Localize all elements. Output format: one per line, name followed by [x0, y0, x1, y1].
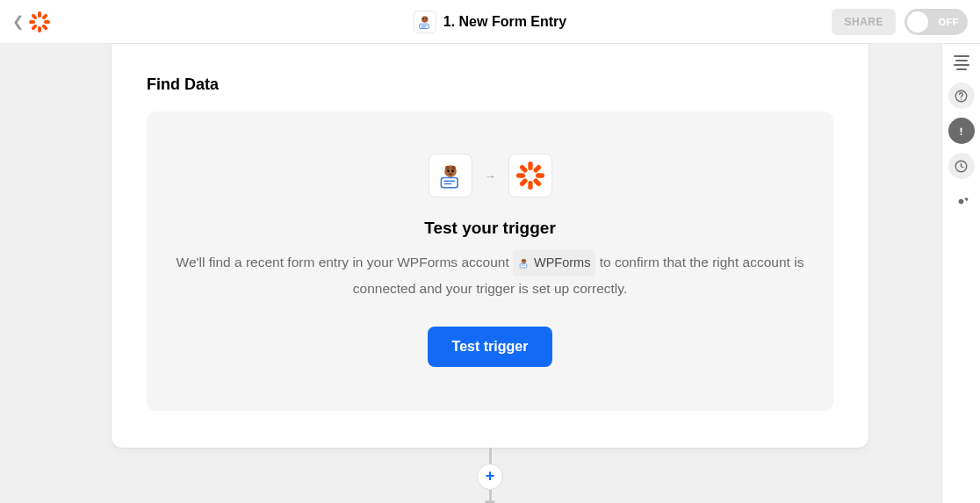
share-button[interactable]: SHARE [832, 9, 896, 35]
arrow-icon: → [485, 169, 496, 183]
svg-point-8 [422, 16, 429, 23]
svg-rect-0 [38, 11, 41, 18]
svg-rect-5 [31, 24, 38, 31]
svg-rect-7 [41, 24, 48, 31]
help-icon[interactable] [948, 83, 975, 109]
test-trigger-button[interactable]: Test trigger [428, 327, 553, 367]
page-title: 1. New Form Entry [443, 14, 566, 30]
test-trigger-panel: → [147, 111, 833, 411]
wpforms-icon [414, 11, 436, 33]
svg-rect-34 [532, 164, 542, 174]
test-description: We'll find a recent form entry in your W… [175, 250, 805, 300]
svg-rect-30 [528, 162, 532, 170]
step-card: Find Data [112, 44, 868, 448]
header-title-wrap: 1. New Form Entry [414, 11, 566, 33]
svg-rect-37 [532, 177, 542, 187]
svg-rect-1 [38, 26, 41, 32]
top-bar-right: SHARE OFF [832, 9, 968, 35]
toggle-knob [907, 11, 928, 32]
plus-icon: + [486, 467, 495, 485]
app-icon-row: → [429, 154, 552, 198]
connector: + ▼ [477, 448, 503, 503]
svg-rect-3 [44, 20, 50, 24]
svg-rect-32 [516, 173, 525, 177]
canvas-area: Find Data [0, 44, 980, 503]
toggle-label: OFF [939, 17, 960, 27]
svg-rect-6 [31, 13, 38, 20]
zapier-app-tile [508, 154, 552, 198]
svg-rect-31 [528, 181, 532, 190]
svg-rect-2 [29, 20, 35, 24]
chip-label: WPForms [534, 252, 590, 274]
history-icon[interactable] [948, 153, 975, 179]
svg-rect-27 [441, 178, 458, 188]
svg-point-16 [961, 98, 962, 99]
connector-line [489, 448, 492, 463]
test-heading: Test your trigger [424, 219, 556, 238]
workspace: Find Data [0, 44, 980, 503]
svg-point-26 [448, 173, 452, 176]
svg-rect-18 [961, 127, 962, 133]
svg-point-24 [447, 170, 450, 173]
back-chevron-icon[interactable]: ❮ [12, 13, 24, 30]
svg-point-11 [423, 19, 426, 21]
alert-icon[interactable] [948, 118, 975, 144]
svg-point-25 [451, 170, 454, 173]
zapier-logo-icon[interactable] [29, 11, 50, 32]
svg-point-23 [450, 166, 455, 170]
svg-rect-33 [536, 173, 544, 177]
svg-rect-36 [518, 164, 528, 174]
svg-rect-4 [41, 13, 48, 20]
right-utility-rail [941, 44, 980, 503]
add-step-button[interactable]: + [477, 463, 503, 490]
svg-point-40 [524, 261, 525, 262]
outline-icon[interactable] [948, 54, 975, 74]
wpforms-app-tile [429, 154, 472, 198]
top-bar: ❮ 1. [0, 0, 980, 44]
wpforms-inline-chip: WPForms [513, 250, 595, 276]
desc-part1: We'll find a recent form entry in your W… [177, 255, 513, 269]
settings-icon[interactable] [948, 188, 975, 214]
svg-rect-41 [520, 264, 527, 268]
svg-point-9 [423, 18, 425, 19]
svg-point-19 [961, 133, 962, 134]
svg-point-22 [445, 166, 450, 170]
svg-rect-35 [518, 177, 528, 187]
svg-point-38 [522, 259, 526, 263]
svg-point-39 [522, 261, 523, 262]
publish-toggle[interactable]: OFF [904, 9, 968, 35]
svg-point-10 [426, 18, 428, 19]
section-title: Find Data [147, 75, 833, 94]
